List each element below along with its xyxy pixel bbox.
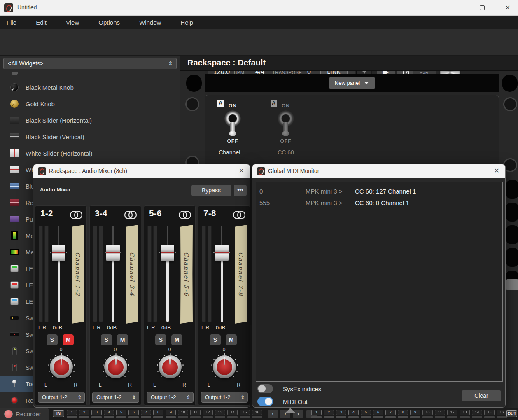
bypass-button[interactable]: Bypass bbox=[191, 185, 231, 196]
menu-options[interactable]: Options bbox=[98, 19, 120, 26]
channel-indicator[interactable]: 14 bbox=[227, 410, 238, 418]
channel-indicator[interactable]: 16 bbox=[497, 410, 507, 418]
channel-indicator[interactable]: 6 bbox=[128, 410, 139, 418]
menu-file[interactable]: File bbox=[7, 19, 16, 26]
recorder-section[interactable]: Recorder bbox=[0, 408, 49, 420]
volume-fader[interactable] bbox=[161, 245, 174, 261]
toggle-widget-channel[interactable]: A ON OFF Channel ... bbox=[217, 99, 248, 156]
sidebar-item-black-slider-vertical[interactable]: Black Slider (Vertical) bbox=[0, 128, 180, 145]
pan-knob[interactable] bbox=[210, 352, 239, 381]
output-select[interactable]: Output 1-2⇕ bbox=[147, 392, 194, 403]
scrollbar-thumb[interactable] bbox=[506, 279, 518, 290]
channel-indicator[interactable]: 7 bbox=[141, 410, 151, 418]
channel-indicator[interactable]: 9 bbox=[166, 410, 176, 418]
channel-indicator[interactable]: 11 bbox=[190, 410, 201, 418]
channel-indicator[interactable]: 4 bbox=[348, 410, 359, 418]
vertical-meter-icon bbox=[10, 231, 19, 240]
midi-out-toggle[interactable] bbox=[257, 397, 273, 406]
sidebar-item-black-slider-horizontal[interactable]: Black Slider (Horizontal) bbox=[0, 112, 180, 128]
channel-indicator[interactable]: 12 bbox=[203, 410, 213, 418]
red-led-icon bbox=[10, 280, 19, 289]
solo-button[interactable]: S bbox=[101, 334, 112, 345]
channel-indicator[interactable]: 2 bbox=[79, 410, 89, 418]
channel-indicator[interactable]: 9 bbox=[410, 410, 420, 418]
channel-indicator[interactable]: 7 bbox=[385, 410, 396, 418]
channel-indicator[interactable]: 1 bbox=[311, 410, 322, 418]
channel-indicator[interactable]: 3 bbox=[336, 410, 346, 418]
solo-button[interactable]: S bbox=[155, 334, 166, 345]
volume-fader[interactable] bbox=[52, 245, 65, 261]
mixer-window-titlebar[interactable]: Rackspace : Audio Mixer (8ch) ✕ bbox=[33, 164, 250, 178]
menu-window[interactable]: Window bbox=[139, 19, 161, 26]
level-meter bbox=[44, 226, 49, 322]
menu-view[interactable]: View bbox=[66, 19, 79, 26]
mute-button[interactable]: M bbox=[117, 334, 128, 345]
clear-button[interactable]: Clear bbox=[462, 390, 501, 401]
channel-indicator[interactable]: 6 bbox=[373, 410, 383, 418]
channel-indicator[interactable]: 5 bbox=[361, 410, 371, 418]
minimize-icon[interactable] bbox=[455, 8, 460, 8]
channel-indicator[interactable]: 2 bbox=[324, 410, 334, 418]
monitor-window-titlebar[interactable]: Global MIDI Monitor ✕ bbox=[252, 164, 505, 178]
volume-fader[interactable] bbox=[106, 245, 120, 261]
record-icon[interactable] bbox=[4, 410, 13, 418]
midi-out-label: OUT bbox=[506, 410, 517, 417]
output-select[interactable]: Output 1-2⇕ bbox=[38, 392, 85, 403]
splitter-grip-icon[interactable] bbox=[285, 408, 296, 413]
channel-indicator[interactable]: 14 bbox=[472, 410, 482, 418]
channel-indicator[interactable]: 10 bbox=[178, 410, 188, 418]
menu-edit[interactable]: Edit bbox=[36, 19, 47, 26]
channel-indicator[interactable]: 10 bbox=[422, 410, 433, 418]
sysex-row: SysEx indices bbox=[257, 384, 321, 393]
channel-indicator[interactable]: 12 bbox=[447, 410, 457, 418]
close-icon[interactable]: ✕ bbox=[503, 3, 512, 12]
fader-value: 0dB bbox=[216, 324, 225, 331]
channel-indicator[interactable]: 8 bbox=[153, 410, 163, 418]
solo-button[interactable]: S bbox=[210, 334, 221, 345]
channel-indicator[interactable]: 16 bbox=[252, 410, 262, 418]
channel-indicator[interactable]: 8 bbox=[398, 410, 408, 418]
channel-indicator[interactable]: 15 bbox=[484, 410, 495, 418]
mute-button[interactable]: M bbox=[226, 334, 237, 345]
widget-filter-select[interactable]: <All Widgets> ⇕ bbox=[3, 58, 177, 69]
sidebar-item-gold-knob[interactable]: Gold Knob bbox=[0, 96, 180, 112]
volume-fader[interactable] bbox=[215, 245, 229, 261]
audio-mixer-window: Rackspace : Audio Mixer (8ch) ✕ Audio Mi… bbox=[33, 164, 250, 408]
channel-indicator[interactable]: 11 bbox=[435, 410, 445, 418]
pan-knob[interactable] bbox=[101, 352, 130, 381]
menu-help[interactable]: Help bbox=[180, 19, 193, 26]
channel-indicator[interactable]: 3 bbox=[91, 410, 102, 418]
toggle-switch-graphic[interactable] bbox=[275, 110, 296, 138]
toggle-widget-cc60[interactable]: A ON OFF CC 60 bbox=[271, 99, 301, 156]
output-select[interactable]: Output 1-2⇕ bbox=[92, 392, 139, 403]
new-panel-button[interactable]: New panel bbox=[329, 77, 375, 89]
os-titlebar[interactable]: Untitled ✕ bbox=[0, 0, 518, 16]
channel-indicator[interactable]: 4 bbox=[104, 410, 114, 418]
sidebar-item-white-slider-horizontal[interactable]: White Slider (Horizontal) bbox=[0, 145, 180, 161]
midi-timestamp: 555 bbox=[259, 199, 306, 206]
midi-log[interactable]: 0 MPK mini 3 > CC 60: 127 Channel 1 555 … bbox=[256, 182, 503, 382]
more-options-button[interactable]: ••• bbox=[234, 185, 247, 196]
pan-knob[interactable] bbox=[47, 352, 76, 381]
output-select[interactable]: Output 1-2⇕ bbox=[201, 392, 248, 403]
mute-button[interactable]: M bbox=[171, 334, 182, 345]
red-button-icon bbox=[10, 396, 19, 405]
midi-log-row: 555 MPK mini 3 > CC 60: 0 Channel 1 bbox=[259, 197, 502, 208]
maximize-icon[interactable] bbox=[480, 5, 485, 10]
channel-indicator[interactable]: 15 bbox=[240, 410, 250, 418]
mute-button[interactable]: M bbox=[63, 334, 74, 345]
sidebar-item-black-metal-knob[interactable]: Black Metal Knob bbox=[0, 79, 180, 96]
app-window: Untitled ✕ File Edit View Options Window… bbox=[0, 0, 518, 420]
channel-indicator[interactable]: 13 bbox=[460, 410, 470, 418]
close-icon[interactable]: ✕ bbox=[494, 167, 499, 175]
channel-indicator[interactable]: 13 bbox=[215, 410, 225, 418]
solo-button[interactable]: S bbox=[47, 334, 58, 345]
prev-rackspace-button[interactable]: ‹ bbox=[268, 410, 278, 418]
toggle-switch-graphic[interactable] bbox=[222, 110, 243, 138]
widget-group-badge: A bbox=[271, 100, 277, 107]
pan-knob[interactable] bbox=[156, 352, 184, 381]
channel-indicator[interactable]: 5 bbox=[116, 410, 126, 418]
channel-indicator[interactable]: 1 bbox=[67, 410, 77, 418]
close-icon[interactable]: ✕ bbox=[239, 167, 244, 175]
sysex-toggle[interactable] bbox=[257, 384, 273, 393]
